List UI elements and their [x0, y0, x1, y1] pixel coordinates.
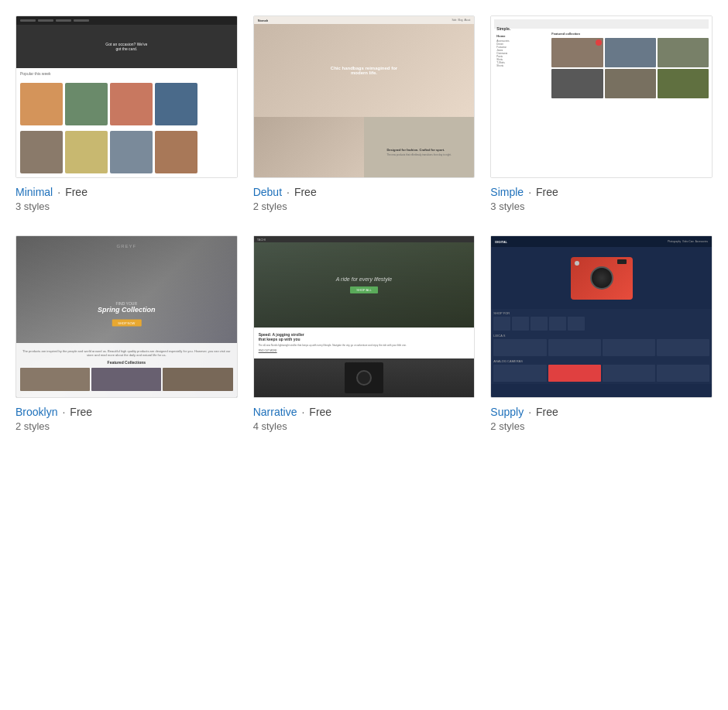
theme-preview-minimal[interactable]: Got an occasion? We'vegot the card. Popu…: [15, 15, 238, 178]
theme-price-simple: Free: [536, 186, 558, 198]
dot-supply: ·: [528, 406, 531, 418]
dot-minimal: ·: [57, 186, 60, 198]
theme-card-minimal: Got an occasion? We'vegot the card. Popu…: [15, 15, 238, 212]
themes-grid: Got an occasion? We'vegot the card. Popu…: [15, 15, 713, 432]
theme-styles-simple: 3 styles: [490, 201, 713, 212]
theme-price-narrative: Free: [309, 406, 331, 418]
theme-info-supply: Supply · Free 2 styles: [490, 406, 713, 432]
dot-debut: ·: [287, 186, 290, 198]
theme-styles-debut: 2 styles: [253, 201, 476, 212]
theme-card-supply: DIGITAL Photography Video Cam Accessorie…: [490, 235, 713, 432]
theme-name-debut[interactable]: Debut: [253, 186, 282, 198]
dot-narrative: ·: [301, 406, 304, 418]
theme-preview-narrative[interactable]: TACHI A ride for every lifestyle SHOP AL…: [253, 235, 476, 398]
theme-price-brooklyn: Free: [70, 406, 92, 418]
theme-styles-minimal: 3 styles: [15, 201, 238, 212]
dot-simple: ·: [528, 186, 531, 198]
theme-price-debut: Free: [294, 186, 317, 198]
theme-price-minimal: Free: [65, 186, 88, 198]
theme-card-narrative: TACHI A ride for every lifestyle SHOP AL…: [253, 235, 476, 432]
theme-name-supply[interactable]: Supply: [490, 406, 524, 418]
theme-name-simple[interactable]: Simple: [490, 186, 524, 198]
theme-info-debut: Debut · Free 2 styles: [253, 186, 476, 212]
theme-preview-debut[interactable]: Nomah Sale Blog About Chic handbags reim…: [253, 15, 476, 178]
theme-card-simple: Simple. Home Accessories Denim Footwear …: [490, 15, 713, 212]
theme-info-narrative: Narrative · Free 4 styles: [253, 406, 476, 432]
theme-price-supply: Free: [536, 406, 558, 418]
theme-styles-brooklyn: 2 styles: [15, 420, 238, 432]
theme-card-debut: Nomah Sale Blog About Chic handbags reim…: [253, 15, 476, 212]
theme-info-minimal: Minimal · Free 3 styles: [15, 186, 238, 212]
theme-preview-supply[interactable]: DIGITAL Photography Video Cam Accessorie…: [490, 235, 713, 398]
theme-preview-simple[interactable]: Simple. Home Accessories Denim Footwear …: [490, 15, 713, 178]
theme-card-brooklyn: GREYF FIND YOUR Spring Collection SHOP N…: [15, 235, 238, 432]
theme-name-minimal[interactable]: Minimal: [15, 186, 53, 198]
dot-brooklyn: ·: [62, 406, 65, 418]
theme-styles-narrative: 4 styles: [253, 420, 476, 432]
theme-preview-brooklyn[interactable]: GREYF FIND YOUR Spring Collection SHOP N…: [15, 235, 238, 398]
theme-info-brooklyn: Brooklyn · Free 2 styles: [15, 406, 238, 432]
theme-name-brooklyn[interactable]: Brooklyn: [15, 406, 57, 418]
theme-info-simple: Simple · Free 3 styles: [490, 186, 713, 212]
theme-name-narrative[interactable]: Narrative: [253, 406, 297, 418]
theme-styles-supply: 2 styles: [490, 420, 713, 432]
